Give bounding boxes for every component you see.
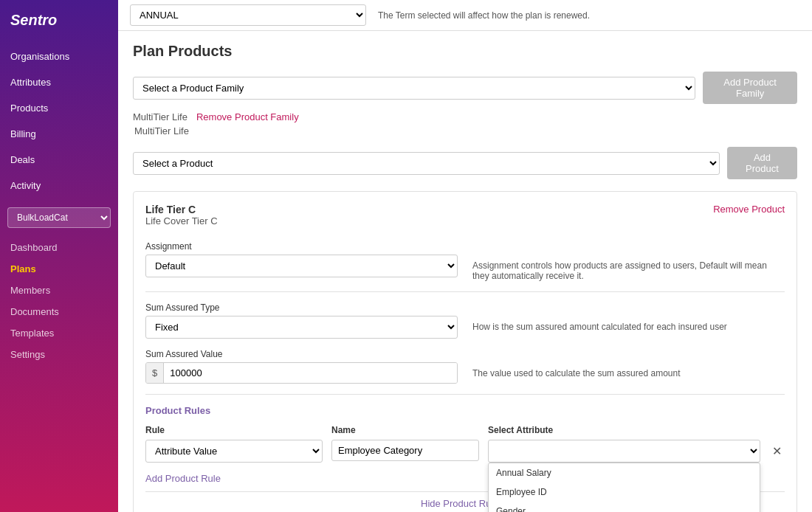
- rule-attr-dropdown-container: Annual Salary Employee ID Gender Member …: [488, 440, 760, 463]
- logo: Sentro: [0, 0, 118, 44]
- dropdown-option-employee-id[interactable]: Employee ID: [489, 482, 760, 502]
- dropdown-option-gender[interactable]: Gender: [489, 502, 760, 512]
- product-selector-row: Select a Product Add Product: [133, 147, 797, 179]
- sidebar-item-members[interactable]: Members: [0, 280, 118, 301]
- rule-name-input[interactable]: [331, 440, 479, 461]
- sum-value-label: Sum Assured Value: [145, 349, 458, 359]
- product-subtitle: Life Cover Tier C: [145, 215, 218, 226]
- sidebar-item-templates[interactable]: Templates: [0, 322, 118, 344]
- assignment-col-left: Assignment Default: [145, 241, 458, 277]
- term-hint: The Term selected will affect how the pl…: [378, 10, 590, 21]
- remove-product-link[interactable]: Remove Product: [713, 204, 785, 215]
- content-area: Plan Products Select a Product Family Ad…: [118, 31, 812, 512]
- sum-type-row: Sum Assured Type Fixed How is the sum as…: [145, 302, 785, 339]
- rule-type-select[interactable]: Attribute Value: [145, 440, 323, 463]
- product-card-header: Life Tier C Life Cover Tier C Remove Pro…: [145, 204, 785, 238]
- sidebar: Sentro Organisations Attributes Products…: [0, 0, 118, 512]
- divider-2: [145, 394, 785, 395]
- sidebar-item-deals[interactable]: Deals: [0, 147, 118, 173]
- rule-col-name-header: Name: [331, 425, 479, 435]
- rule-col-rule-header: Rule: [145, 425, 323, 435]
- sidebar-item-billing[interactable]: Billing: [0, 121, 118, 147]
- product-rules-title: Product Rules: [145, 405, 785, 416]
- sidebar-item-attributes[interactable]: Attributes: [0, 69, 118, 95]
- product-card-title-group: Life Tier C Life Cover Tier C: [145, 204, 218, 238]
- sum-type-col-left: Sum Assured Type Fixed: [145, 302, 458, 339]
- rule-attr-select[interactable]: [488, 440, 760, 463]
- sidebar-item-settings[interactable]: Settings: [0, 344, 118, 365]
- rules-header: Rule Name Select Attribute: [145, 425, 785, 435]
- dropdown-option-annual-salary[interactable]: Annual Salary: [489, 463, 760, 482]
- sidebar-item-organisations[interactable]: Organisations: [0, 44, 118, 69]
- sum-value-input-group: $: [145, 362, 458, 384]
- assignment-row: Assignment Default Assignment controls h…: [145, 241, 785, 281]
- sum-value-col-left: Sum Assured Value $: [145, 349, 458, 384]
- sidebar-item-products[interactable]: Products: [0, 95, 118, 121]
- rules-row-1: Attribute Value Annual Salary Employee I…: [145, 440, 785, 463]
- product-family-row: Select a Product Family Add Product Fami…: [133, 72, 797, 104]
- main-nav: Organisations Attributes Products Billin…: [0, 44, 118, 198]
- add-product-button[interactable]: Add Product: [727, 147, 797, 179]
- remove-product-family-link[interactable]: Remove Product Family: [196, 111, 299, 122]
- org-select[interactable]: BulkLoadCat: [7, 207, 111, 228]
- sidebar-item-activity[interactable]: Activity: [0, 173, 118, 198]
- add-product-rule-link[interactable]: Add Product Rule: [145, 473, 221, 484]
- sub-nav: Dashboard Plans Members Documents Templa…: [0, 237, 118, 365]
- sum-type-select[interactable]: Fixed: [145, 316, 458, 339]
- org-dropdown[interactable]: BulkLoadCat: [7, 207, 111, 228]
- currency-symbol: $: [146, 363, 164, 383]
- sum-value-row: Sum Assured Value $ The value used to ca…: [145, 349, 785, 384]
- term-select[interactable]: ANNUAL: [130, 4, 366, 26]
- divider-1: [145, 291, 785, 292]
- family-links: MultiTier Life Remove Product Family: [133, 111, 797, 122]
- page-title: Plan Products: [133, 43, 797, 60]
- rule-remove-button[interactable]: ✕: [769, 441, 785, 461]
- product-title: Life Tier C: [145, 204, 218, 215]
- sidebar-item-plans[interactable]: Plans: [0, 258, 118, 280]
- rule-attr-options: Annual Salary Employee ID Gender Member …: [488, 463, 760, 512]
- sum-type-hint: How is the sum assured amount calculated…: [472, 302, 785, 332]
- sum-value-hint: The value used to calculate the sum assu…: [472, 349, 785, 378]
- sidebar-item-dashboard[interactable]: Dashboard: [0, 237, 118, 258]
- family-name: MultiTier Life: [133, 125, 797, 136]
- product-select[interactable]: Select a Product: [133, 152, 720, 175]
- sum-value-input[interactable]: [164, 363, 457, 383]
- assignment-hint: Assignment controls how products are ass…: [472, 241, 785, 281]
- assignment-select[interactable]: Default: [145, 255, 458, 277]
- product-family-select[interactable]: Select a Product Family: [133, 77, 695, 100]
- multitier-life-link[interactable]: MultiTier Life: [133, 111, 187, 122]
- rule-col-attr-header: Select Attribute: [488, 425, 785, 435]
- top-bar: ANNUAL The Term selected will affect how…: [118, 0, 812, 31]
- sidebar-item-documents[interactable]: Documents: [0, 301, 118, 322]
- add-product-family-button[interactable]: Add Product Family: [703, 72, 797, 104]
- sum-type-label: Sum Assured Type: [145, 302, 458, 313]
- product-card: Life Tier C Life Cover Tier C Remove Pro…: [133, 191, 797, 512]
- main-content: ANNUAL The Term selected will affect how…: [118, 0, 812, 512]
- assignment-label: Assignment: [145, 241, 458, 252]
